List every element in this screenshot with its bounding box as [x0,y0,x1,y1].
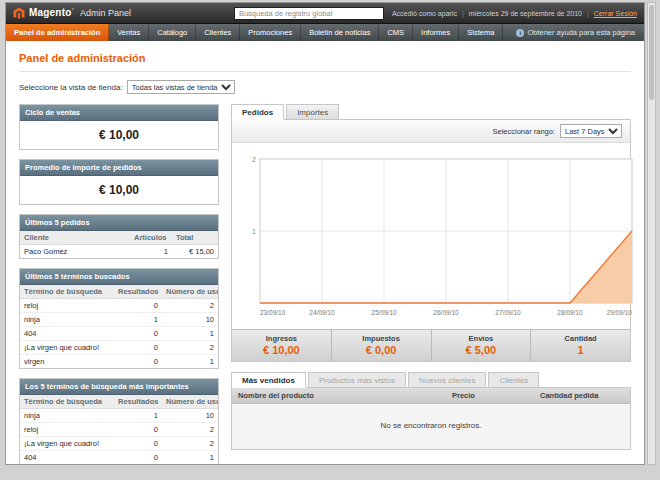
table-row[interactable]: reloj 0 2 [20,423,218,437]
svg-text:28/09/10: 28/09/10 [557,309,583,316]
panel-title: Ciclo de ventas [20,105,218,121]
table-header-row: Cliente Artículos Total [20,231,218,245]
range-select[interactable]: Last 7 Days [560,124,622,138]
panel-title: Promedio de importe de pedidos [20,160,218,176]
panel-title: Últimos 5 términos buscados [20,269,218,285]
stat-tax: Impuestos € 0,00 [332,330,432,361]
orders-chart: 1223/09/1024/09/1025/09/1026/09/1027/09/… [232,143,630,323]
logo-text: Magento° [29,7,74,18]
table-header-row: Nombre del producto Precio Cantidad pedi… [232,388,630,404]
table-header-row: Término de búsqueda Resultados Número de… [20,285,218,299]
dashboard-main-column: Pedidos Importes Seleccionar rango: Last… [231,104,631,450]
magento-admin-window: Magento° Admin Panel Accedió como aparic… [5,2,645,465]
svg-text:2: 2 [252,156,256,163]
tab-orders[interactable]: Pedidos [231,104,284,120]
lifetime-sales-value: € 10,00 [20,121,218,149]
store-switcher: Seleccione la vista de tienda: Todas las… [19,80,631,94]
svg-text:27/09/10: 27/09/10 [495,309,521,316]
separator: | [587,10,589,17]
average-orders-panel: Promedio de importe de pedidos € 10,00 [19,159,219,205]
tab-bestsellers[interactable]: Más vendidos [231,372,306,388]
table-row[interactable]: 404 0 1 [20,327,218,341]
global-search-input[interactable] [234,7,384,20]
dashboard-left-column: Ciclo de ventas € 10,00 Promedio de impo… [19,104,219,464]
dashboard-columns: Ciclo de ventas € 10,00 Promedio de impo… [19,104,631,464]
dashboard-content: Panel de administración Seleccione la vi… [6,41,644,464]
nav-item-customers[interactable]: Clientes [196,24,240,41]
table-row[interactable]: ninja 1 10 [20,313,218,327]
svg-text:23/09/10: 23/09/10 [260,309,286,316]
store-switcher-select[interactable]: Todas las vistas de tienda [127,80,235,94]
tab-amounts[interactable]: Importes [286,104,339,120]
panel-title: Últimos 5 pedidos [20,215,218,231]
stat-shipping: Envíos € 5,00 [432,330,532,361]
diagram-tabs: Pedidos Importes [231,104,631,120]
totals-bar: Ingresos € 10,00 Impuestos € 0,00 Envíos… [232,329,630,361]
stat-quantity: Cantidad 1 [531,330,630,361]
table-row[interactable]: 404 0 1 [20,451,218,465]
logout-link[interactable]: Cerrar Sesión [594,10,637,17]
top-search-terms-table: Término de búsqueda Resultados Número de… [20,395,218,464]
nav-item-promotions[interactable]: Promociones [240,24,301,41]
nav-item-system[interactable]: Sistema [459,24,503,41]
nav-item-reports[interactable]: Informes [413,24,459,41]
nav-item-catalog[interactable]: Catálogo [149,24,196,41]
magento-logo: Magento° Admin Panel [13,7,131,19]
scrollbar[interactable] [647,2,656,465]
store-switcher-label: Seleccione la vista de tienda: [19,83,123,92]
table-row[interactable]: ¡La virgen que cuadro! 0 2 [20,437,218,451]
stat-revenue: Ingresos € 10,00 [232,330,332,361]
tab-new-customers[interactable]: Nuevos clientes [408,372,486,388]
table-header-row: Término de búsqueda Resultados Número de… [20,395,218,409]
logged-in-text: Accedió como aparic [392,10,457,17]
average-orders-value: € 10,00 [20,176,218,204]
page-help-link[interactable]: i Obtener ayuda para esta página [516,24,644,41]
svg-text:1: 1 [252,228,256,235]
table-row[interactable]: virgen 0 1 [20,355,218,369]
help-icon: i [516,29,524,37]
range-label: Seleccionar rango: [492,127,555,136]
svg-text:24/09/10: 24/09/10 [309,309,335,316]
header-bar: Magento° Admin Panel Accedió como aparic… [6,3,644,24]
range-bar: Seleccionar rango: Last 7 Days [232,120,630,143]
tab-customers[interactable]: Clientes [488,372,539,388]
table-row[interactable]: reloj 0 2 [20,299,218,313]
bottom-tabs: Más vendidos Productos más vistos Nuevos… [231,372,631,388]
help-label: Obtener ayuda para esta página [527,28,635,37]
table-row[interactable]: Paco Gomez 1 € 15,00 [20,245,218,259]
nav-item-cms[interactable]: CMS [379,24,413,41]
divider [19,71,631,72]
last-search-terms-table: Término de búsqueda Resultados Número de… [20,285,218,368]
lifetime-sales-panel: Ciclo de ventas € 10,00 [19,104,219,150]
table-row[interactable]: ninja 1 10 [20,409,218,423]
empty-records-message: No se encontraron registros. [232,404,630,449]
svg-text:26/09/10: 26/09/10 [433,309,459,316]
nav-item-newsletter[interactable]: Boletín de noticias [301,24,379,41]
last-orders-table: Cliente Artículos Total Paco Gomez 1 € 1… [20,231,218,258]
svg-text:29/09/10: 29/09/10 [607,309,633,316]
svg-text:25/09/10: 25/09/10 [371,309,397,316]
bestsellers-table: Nombre del producto Precio Cantidad pedi… [231,387,631,450]
last-search-terms-panel: Últimos 5 términos buscados Término de b… [19,268,219,369]
scrollbar-thumb[interactable] [649,5,654,100]
separator: | [462,10,464,17]
panel-title: Los 5 términos de búsqueda más important… [20,379,218,395]
magento-logo-icon [13,7,25,19]
orders-panel: Seleccionar rango: Last 7 Days 1223/09/1… [231,119,631,362]
current-date: miércoles 29 de septiembre de 2010 [469,10,582,17]
top-search-terms-panel: Los 5 términos de búsqueda más important… [19,378,219,464]
last-orders-panel: Últimos 5 pedidos Cliente Artículos Tota… [19,214,219,259]
user-info: Accedió como aparic | miércoles 29 de se… [392,10,637,17]
tab-most-viewed[interactable]: Productos más vistos [308,372,406,388]
nav-item-dashboard[interactable]: Panel de administración [6,24,109,41]
bottom-grids-section: Más vendidos Productos más vistos Nuevos… [231,372,631,450]
main-nav: Panel de administración Ventas Catálogo … [6,24,644,41]
page-title: Panel de administración [19,52,631,64]
table-row[interactable]: ¡La virgen que cuadro! 0 2 [20,341,218,355]
nav-item-sales[interactable]: Ventas [109,24,149,41]
logo-suffix: Admin Panel [80,8,131,18]
